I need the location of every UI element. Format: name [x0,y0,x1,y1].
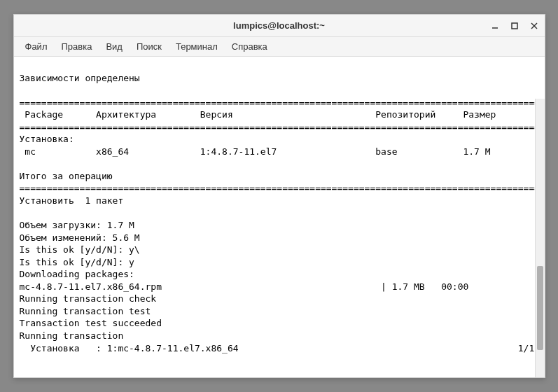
terminal-line: Зависимости определены [20,73,140,83]
menubar: Файл Правка Вид Поиск Терминал Справка [14,37,545,57]
window-title: lumpics@localhost:~ [233,20,325,31]
terminal-line: Is this ok [y/d/N]: y [20,257,134,267]
terminal-line: Объем загрузки: 1.7 M [20,220,134,230]
terminal-line: mc x86_64 1:4.8.7-11.el7 base 1.7 M [20,146,491,157]
terminal-line: Downloading packages: [20,269,134,279]
terminal-line: Transaction test succeeded [20,318,162,328]
terminal-line: Объем изменений: 5.6 M [20,232,140,243]
close-icon [530,22,538,30]
svg-rect-1 [512,23,517,29]
menu-edit[interactable]: Правка [55,38,97,55]
menu-help[interactable]: Справка [226,38,273,55]
terminal-line: Running transaction [20,330,124,341]
maximize-icon [510,22,519,30]
terminal-window: lumpics@localhost:~ Файл Правка Вид Поис… [13,14,545,378]
terminal-line: Установка : 1:mc-4.8.7-11.el7.x86_64 1/1 [20,343,535,354]
terminal-line: ========================================… [20,183,545,193]
menu-search[interactable]: Поиск [131,38,167,55]
terminal-line: mc-4.8.7-11.el7.x86_64.rpm | 1.7 MB 00:0… [20,281,469,292]
terminal-line: Running transaction check [20,293,157,304]
menu-file[interactable]: Файл [20,38,53,55]
terminal-line: Package Архитектура Версия Репозиторий Р… [20,109,496,120]
menu-terminal[interactable]: Терминал [170,38,223,55]
menu-view[interactable]: Вид [100,38,128,55]
terminal-line: ========================================… [20,122,545,132]
titlebar: lumpics@localhost:~ [14,15,545,37]
terminal-line: Установить 1 пакет [20,195,124,206]
scrollbar-thumb[interactable] [537,266,543,350]
window-controls [490,21,539,31]
maximize-button[interactable] [510,21,519,31]
scrollbar[interactable] [535,99,545,377]
terminal-line: Running transaction test [20,306,151,316]
terminal-line: Is this ok [y/d/N]: y\ [20,244,140,255]
terminal-content[interactable]: Зависимости определены =================… [14,57,545,377]
terminal-line: Установка: [20,134,74,144]
minimize-button[interactable] [490,21,500,31]
minimize-icon [491,22,499,30]
terminal-line: ========================================… [20,97,545,108]
close-button[interactable] [529,21,539,31]
terminal-line: Итого за операцию [20,171,113,181]
